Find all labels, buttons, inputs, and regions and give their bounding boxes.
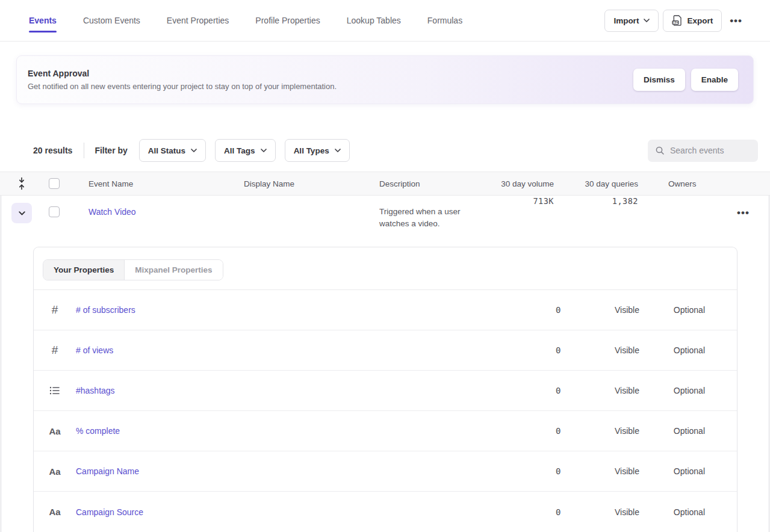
property-visibility: Visible [561,426,639,436]
property-requirement: Optional [639,386,705,395]
tags-filter-dropdown[interactable]: All Tags [215,139,276,162]
property-requirement: Optional [639,426,705,436]
property-count: 0 [519,386,561,395]
import-button[interactable]: Import [604,10,659,32]
property-link[interactable]: # of views [76,345,113,355]
column-volume: 30 day volume [494,179,554,188]
number-type-icon: # [34,303,76,317]
property-link[interactable]: Campaign Source [76,507,143,517]
tab-label: Custom Events [83,16,140,25]
property-row: Aa Campaign Source 0 Visible Optional [34,492,737,532]
property-link[interactable]: Campaign Name [76,466,139,476]
property-row: Aa Campaign Name 0 Visible Optional [34,451,737,492]
tab-lookup-tables[interactable]: Lookup Tables [347,0,401,41]
event-row-watch-video: Watch Video Triggered when a user watche… [0,196,770,238]
description-line: Triggered when a user [379,206,494,218]
properties-panel: Your Properties Mixpanel Properties # # … [33,247,737,532]
collapse-row-button[interactable] [11,203,32,223]
property-visibility: Visible [561,305,639,315]
property-link[interactable]: #hashtags [76,386,115,395]
column-description: Description [379,179,494,188]
nav-actions: Import CSV Export ••• [604,0,770,41]
volume-value: 713K [533,196,554,206]
tab-formulas[interactable]: Formulas [427,0,462,41]
export-button[interactable]: CSV Export [663,10,722,32]
tab-label: Profile Properties [255,16,320,25]
property-link[interactable]: # of subscribers [76,305,135,315]
tab-profile-properties[interactable]: Profile Properties [255,0,320,41]
tab-event-properties[interactable]: Event Properties [167,0,229,41]
property-requirement: Optional [639,466,705,476]
text-type-icon: Aa [34,466,76,477]
property-requirement: Optional [639,345,705,355]
property-visibility: Visible [561,466,639,476]
number-type-icon: # [34,344,76,357]
status-filter-dropdown[interactable]: All Status [139,139,206,162]
banner-description: Get notified on all new events entering … [28,82,337,91]
banner-title: Event Approval [28,69,337,78]
event-name-link[interactable]: Watch Video [88,207,136,217]
top-nav: Events Custom Events Event Properties Pr… [0,0,770,42]
chevron-down-icon [19,211,25,215]
row-more-options-button[interactable]: ••• [733,202,753,224]
select-all-checkbox[interactable] [49,178,60,189]
property-row: # # of views 0 Visible Optional [34,330,737,371]
types-filter-dropdown[interactable]: All Types [285,139,350,162]
expanded-group-right-edge [769,196,769,532]
tab-label: Event Properties [167,16,229,25]
events-table-header: Event Name Display Name Description 30 d… [0,172,770,196]
property-visibility: Visible [561,386,639,395]
tab-custom-events[interactable]: Custom Events [83,0,140,41]
svg-text:CSV: CSV [673,21,679,24]
property-visibility: Visible [561,507,639,517]
filter-toolbar: 20 results Filter by All Status All Tags… [0,138,770,162]
ellipsis-icon: ••• [737,208,750,218]
filter-by-label: Filter by [95,146,127,155]
collapse-all-button[interactable] [17,177,26,190]
property-requirement: Optional [639,507,705,517]
property-row: Aa % complete 0 Visible Optional [34,411,737,451]
property-count: 0 [519,426,561,436]
search-box[interactable] [648,140,758,162]
expanded-group-left-edge [1,196,1,532]
property-count: 0 [519,305,561,315]
column-display-name: Display Name [244,179,379,188]
property-row: # # of subscribers 0 Visible Optional [34,290,737,330]
property-row: #hashtags 0 Visible Optional [34,371,737,411]
description-line: watches a video. [379,218,494,230]
property-count: 0 [519,507,561,517]
row-checkbox[interactable] [49,206,60,217]
column-queries: 30 day queries [554,179,638,188]
tab-your-properties[interactable]: Your Properties [43,260,124,280]
text-type-icon: Aa [34,426,76,436]
export-label: Export [687,16,713,25]
list-type-icon [34,386,76,395]
enable-button[interactable]: Enable [691,69,738,91]
tab-mixpanel-properties[interactable]: Mixpanel Properties [124,260,222,280]
property-count: 0 [519,345,561,355]
banner-actions: Dismiss Enable [633,69,738,91]
tab-label: Formulas [427,16,462,25]
ellipsis-icon: ••• [730,16,742,26]
csv-file-icon: CSV [672,15,682,26]
collapse-all-cell [0,177,43,190]
lexicon-tabs: Events Custom Events Event Properties Pr… [0,0,604,41]
results-count: 20 results [33,146,72,155]
text-type-icon: Aa [34,507,76,517]
search-icon [655,146,665,155]
tab-label: Events [29,16,57,25]
chevron-down-icon [644,19,650,22]
divider [84,143,84,158]
property-visibility: Visible [561,345,639,355]
dismiss-button[interactable]: Dismiss [633,69,685,91]
tags-filter-value: All Tags [224,146,255,155]
property-link[interactable]: % complete [76,426,120,436]
tab-label: Lookup Tables [347,16,401,25]
more-options-button[interactable]: ••• [726,10,746,32]
tab-events[interactable]: Events [29,0,57,41]
import-label: Import [613,16,639,25]
search-input[interactable] [670,146,751,155]
status-filter-value: All Status [148,146,185,155]
chevron-down-icon [335,149,341,152]
description-cell: Triggered when a user watches a video. [379,206,494,230]
